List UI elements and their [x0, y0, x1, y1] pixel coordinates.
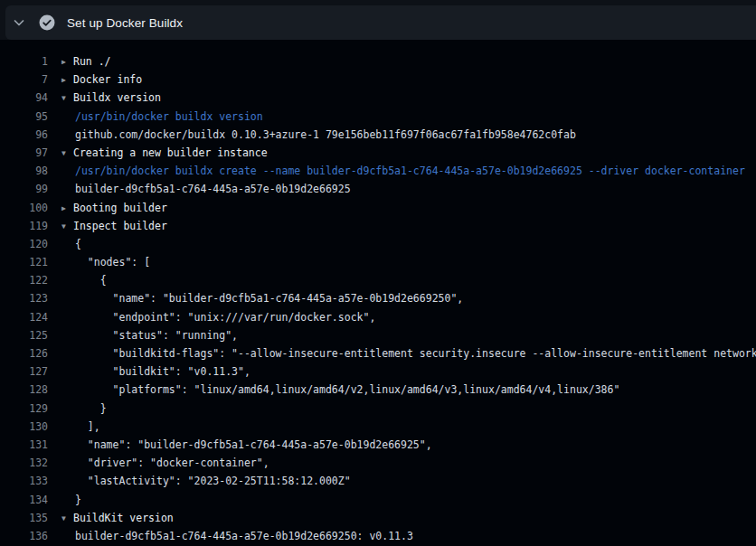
log-text: ],	[75, 420, 100, 433]
log-line: 125 "status": "running",	[0, 326, 756, 344]
check-circle-icon	[39, 14, 55, 31]
log-line-body: {	[48, 235, 81, 253]
line-number[interactable]: 121	[0, 253, 48, 271]
line-number[interactable]: 7	[0, 71, 48, 89]
log-text: Inspect builder	[73, 220, 167, 232]
step-title: Set up Docker Buildx	[67, 16, 183, 30]
log-group-row[interactable]: 7▶Docker info	[0, 71, 756, 89]
step-header[interactable]: Set up Docker Buildx	[5, 5, 756, 40]
line-number[interactable]: 126	[0, 344, 48, 362]
log-text: BuildKit version	[73, 512, 174, 524]
log-line-body: }	[48, 400, 107, 418]
line-number[interactable]: 1	[0, 52, 48, 71]
line-number[interactable]: 120	[0, 235, 48, 253]
line-number[interactable]: 133	[0, 472, 48, 490]
log-line: 131 "name": "builder-d9cfb5a1-c764-445a-…	[0, 436, 756, 454]
line-number[interactable]: 96	[0, 126, 48, 144]
line-number[interactable]: 129	[0, 400, 48, 418]
log-lines: 1▶Run ./7▶Docker info94▼Buildx version95…	[0, 40, 756, 545]
line-number[interactable]: 94	[0, 89, 48, 107]
log-line: 133 "lastActivity": "2023-02-25T11:58:12…	[0, 472, 756, 490]
log-line-body: ],	[48, 418, 100, 436]
log-group-row[interactable]: 1▶Run ./	[0, 52, 756, 71]
line-number[interactable]: 134	[0, 491, 48, 509]
log-line: 132 "driver": "docker-container",	[0, 454, 756, 472]
log-line: 121 "nodes": [	[0, 253, 756, 271]
chevron-down-icon[interactable]	[5, 5, 33, 40]
line-number[interactable]: 128	[0, 381, 48, 399]
log-group-row[interactable]: 100▶Booting builder	[0, 199, 756, 217]
log-line-body: ▶Docker info	[48, 71, 142, 89]
line-number[interactable]: 130	[0, 418, 48, 436]
log-line: 130 ],	[0, 418, 756, 436]
log-line-body: github.com/docker/buildx 0.10.3+azure-1 …	[48, 126, 576, 144]
log-line: 124 "endpoint": "unix:///var/run/docker.…	[0, 308, 756, 326]
triangle-down-icon[interactable]: ▼	[61, 218, 73, 236]
log-text: builder-d9cfb5a1-c764-445a-a57e-0b19d2e6…	[75, 530, 413, 542]
log-line-body: {	[48, 271, 107, 289]
line-number[interactable]: 119	[0, 217, 48, 235]
line-number[interactable]: 100	[0, 199, 48, 217]
log-line-body: "name": "builder-d9cfb5a1-c764-445a-a57e…	[48, 436, 432, 454]
log-text: builder-d9cfb5a1-c764-445a-a57e-0b19d2e6…	[75, 183, 351, 195]
triangle-down-icon[interactable]: ▼	[61, 89, 73, 108]
triangle-right-icon[interactable]: ▶	[61, 53, 73, 71]
log-line: 127 "buildkit": "v0.11.3",	[0, 362, 756, 381]
log-line-body: "buildkitd-flags": "--allow-insecure-ent…	[48, 344, 756, 362]
log-line-body: ▶Run ./	[48, 52, 111, 71]
log-line-body: "lastActivity": "2023-02-25T11:58:12.000…	[48, 472, 351, 490]
log-text: "buildkit": "v0.11.3",	[75, 365, 250, 378]
log-text: Run ./	[73, 55, 111, 68]
line-number[interactable]: 135	[0, 509, 48, 527]
log-group-row[interactable]: 135▼BuildKit version	[0, 509, 756, 527]
log-text: "platforms": "linux/amd64,linux/amd64/v2…	[75, 383, 619, 396]
log-line-body: /usr/bin/docker buildx create --name bui…	[48, 162, 745, 180]
log-line: 129 }	[0, 400, 756, 418]
log-line-body: builder-d9cfb5a1-c764-445a-a57e-0b19d2e6…	[48, 527, 413, 545]
triangle-right-icon[interactable]: ▶	[61, 71, 73, 89]
log-text: "driver": "docker-container",	[75, 457, 269, 469]
log-line: 120{	[0, 235, 756, 253]
log-line-body: "status": "running",	[48, 326, 238, 344]
log-line: 123 "name": "builder-d9cfb5a1-c764-445a-…	[0, 289, 756, 307]
line-number[interactable]: 97	[0, 144, 48, 162]
log-text: Docker info	[73, 73, 142, 86]
triangle-down-icon[interactable]: ▼	[61, 510, 73, 528]
log-line-body: ▼Creating a new builder instance	[48, 144, 268, 162]
log-text: }	[75, 402, 107, 415]
log-group-row[interactable]: 94▼Buildx version	[0, 89, 756, 107]
line-number[interactable]: 123	[0, 289, 48, 307]
log-line: 98/usr/bin/docker buildx create --name b…	[0, 162, 756, 180]
log-text: "name": "builder-d9cfb5a1-c764-445a-a57e…	[75, 292, 463, 305]
line-number[interactable]: 124	[0, 308, 48, 326]
log-text: "lastActivity": "2023-02-25T11:58:12.000…	[75, 475, 351, 487]
log-line: 136builder-d9cfb5a1-c764-445a-a57e-0b19d…	[0, 527, 756, 545]
log-text: Creating a new builder instance	[73, 146, 268, 159]
triangle-down-icon[interactable]: ▼	[61, 145, 73, 163]
log-line-body: }	[48, 491, 81, 509]
log-line-body: "platforms": "linux/amd64,linux/amd64/v2…	[48, 381, 619, 399]
line-number[interactable]: 99	[0, 180, 48, 198]
log-line-body: "driver": "docker-container",	[48, 454, 269, 472]
triangle-right-icon[interactable]: ▶	[61, 200, 73, 218]
log-line: 134}	[0, 491, 756, 509]
line-number[interactable]: 122	[0, 271, 48, 289]
line-number[interactable]: 131	[0, 436, 48, 454]
line-number[interactable]: 98	[0, 162, 48, 180]
actions-log-viewer: Set up Docker Buildx 1▶Run ./7▶Docker in…	[0, 0, 756, 546]
log-text: "status": "running",	[75, 329, 238, 342]
line-number[interactable]: 132	[0, 454, 48, 472]
log-text: github.com/docker/buildx 0.10.3+azure-1 …	[75, 128, 576, 141]
log-group-row[interactable]: 119▼Inspect builder	[0, 217, 756, 235]
log-line-body: ▼BuildKit version	[48, 509, 174, 527]
line-number[interactable]: 127	[0, 362, 48, 381]
log-text: {	[75, 274, 107, 287]
log-line-body: "buildkit": "v0.11.3",	[48, 362, 250, 381]
log-line-body: ▶Booting builder	[48, 199, 167, 217]
line-number[interactable]: 136	[0, 527, 48, 545]
line-number[interactable]: 95	[0, 108, 48, 126]
log-group-row[interactable]: 97▼Creating a new builder instance	[0, 144, 756, 162]
line-number[interactable]: 125	[0, 326, 48, 344]
log-text: }	[75, 494, 81, 506]
log-line-body: ▼Inspect builder	[48, 217, 167, 235]
